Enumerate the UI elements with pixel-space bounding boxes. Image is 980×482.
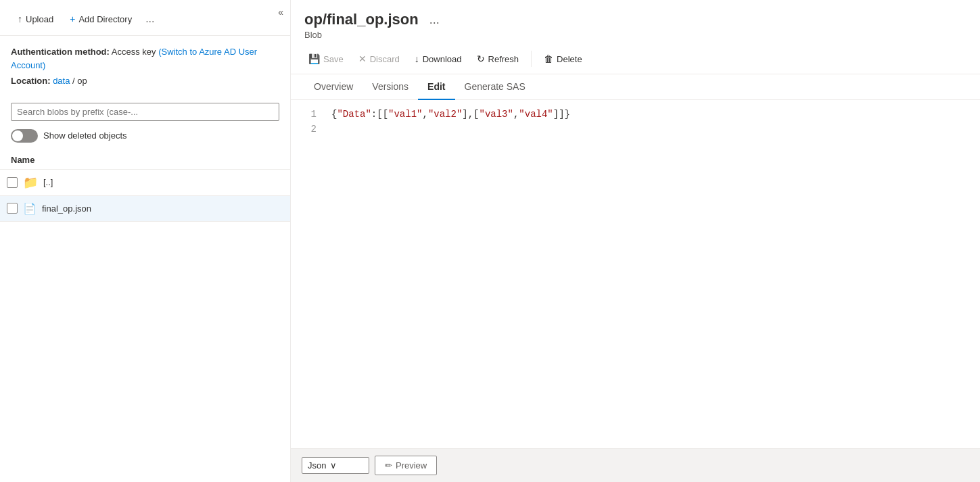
location-label: Location: bbox=[11, 76, 51, 86]
toggle-label: Show deleted objects bbox=[43, 130, 127, 141]
discard-button[interactable]: ✕ Discard bbox=[352, 49, 406, 68]
editor-area: 1 2 {"Data":[["val1","val2"],["val3","va… bbox=[291, 100, 980, 482]
delete-icon: 🗑 bbox=[544, 53, 553, 64]
refresh-icon: ↻ bbox=[477, 53, 485, 64]
code-editor[interactable]: 1 2 {"Data":[["val1","val2"],["val3","va… bbox=[291, 100, 980, 448]
left-toolbar: ↑ Upload + Add Directory ... bbox=[0, 0, 290, 36]
blob-subtitle: Blob bbox=[304, 30, 966, 40]
file-checkbox[interactable] bbox=[7, 203, 18, 214]
line-number-1: 1 bbox=[299, 107, 317, 122]
file-list-header: Name bbox=[0, 151, 290, 170]
folder-item[interactable]: 📁 [..] ... bbox=[0, 170, 290, 196]
preview-button[interactable]: ✏ Preview bbox=[375, 456, 437, 475]
refresh-button[interactable]: ↻ Refresh bbox=[470, 49, 526, 68]
discard-icon: ✕ bbox=[358, 53, 367, 64]
location-op: op bbox=[77, 76, 87, 86]
format-select[interactable]: Json ∨ bbox=[302, 457, 369, 474]
chevron-down-icon: ∨ bbox=[330, 460, 337, 471]
add-directory-button[interactable]: + Add Directory bbox=[63, 9, 139, 28]
search-input[interactable] bbox=[11, 103, 279, 121]
delete-button[interactable]: 🗑 Delete bbox=[537, 49, 589, 68]
blob-title-row: op/final_op.json ... bbox=[304, 11, 966, 28]
save-label: Save bbox=[323, 54, 344, 64]
save-icon: 💾 bbox=[308, 53, 320, 64]
left-toolbar-more-button[interactable]: ... bbox=[141, 10, 158, 28]
editor-footer: Json ∨ ✏ Preview bbox=[291, 448, 980, 482]
add-directory-label: Add Directory bbox=[78, 14, 132, 24]
auth-label: Authentication method: bbox=[11, 47, 110, 57]
discard-label: Discard bbox=[370, 54, 400, 64]
upload-button[interactable]: ↑ Upload bbox=[11, 9, 60, 28]
toggle-thumb bbox=[12, 130, 23, 141]
right-panel: op/final_op.json ... Blob 💾 Save ✕ Disca… bbox=[291, 0, 980, 482]
blob-title: op/final_op.json bbox=[304, 11, 419, 28]
download-icon: ↓ bbox=[415, 53, 419, 64]
tab-generate-sas[interactable]: Generate SAS bbox=[455, 74, 535, 100]
left-panel: « ↑ Upload + Add Directory ... Authentic… bbox=[0, 0, 291, 482]
save-button[interactable]: 💾 Save bbox=[302, 49, 350, 68]
line-number-2: 2 bbox=[299, 122, 317, 137]
folder-name: [..] bbox=[43, 177, 262, 187]
download-button[interactable]: ↓ Download bbox=[408, 49, 469, 68]
tabs: Overview Versions Edit Generate SAS bbox=[291, 74, 980, 100]
upload-icon: ↑ bbox=[18, 14, 22, 24]
file-icon: 📄 bbox=[23, 202, 37, 215]
toggle-row: Show deleted objects bbox=[0, 126, 290, 151]
code-content[interactable]: {"Data":[["val1","val2"],["val3","val4"]… bbox=[325, 107, 980, 441]
tab-versions[interactable]: Versions bbox=[363, 74, 418, 100]
toolbar-separator bbox=[531, 51, 532, 67]
refresh-label: Refresh bbox=[488, 54, 519, 64]
data-link[interactable]: data bbox=[53, 76, 70, 86]
format-label: Json bbox=[308, 460, 326, 471]
pencil-icon: ✏ bbox=[385, 460, 392, 471]
file-item[interactable]: 📄 final_op.json ... bbox=[0, 196, 290, 222]
collapse-button[interactable]: « bbox=[278, 7, 283, 18]
blob-more-button[interactable]: ... bbox=[425, 11, 444, 28]
download-label: Download bbox=[423, 54, 462, 64]
auth-value: Access key bbox=[112, 47, 156, 57]
auth-text: Authentication method: Access key (Switc… bbox=[11, 45, 279, 72]
line-numbers: 1 2 bbox=[291, 107, 325, 441]
add-icon: + bbox=[70, 14, 75, 24]
show-deleted-toggle[interactable] bbox=[11, 129, 38, 143]
right-header: op/final_op.json ... Blob bbox=[291, 0, 980, 44]
tab-edit[interactable]: Edit bbox=[418, 74, 454, 100]
preview-label: Preview bbox=[396, 460, 427, 471]
auth-info: Authentication method: Access key (Switc… bbox=[0, 36, 290, 97]
delete-label: Delete bbox=[557, 54, 582, 64]
right-toolbar: 💾 Save ✕ Discard ↓ Download ↻ Refresh 🗑 … bbox=[291, 44, 980, 74]
folder-checkbox[interactable] bbox=[7, 177, 18, 188]
folder-icon: 📁 bbox=[23, 175, 38, 190]
upload-label: Upload bbox=[26, 14, 53, 24]
tab-overview[interactable]: Overview bbox=[304, 74, 363, 100]
file-name: final_op.json bbox=[42, 203, 262, 214]
location-text: Location: data / op bbox=[11, 74, 279, 88]
